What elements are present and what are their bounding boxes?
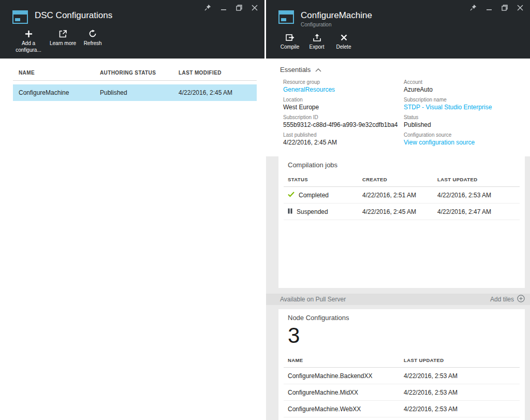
right-blade-header: ConfigureMachine Configuration Compile E…	[266, 0, 530, 59]
resource-group-link[interactable]: GeneralResources	[283, 86, 404, 93]
page-title: DSC Configurations	[35, 10, 112, 21]
learn-more-label: Learn more	[50, 40, 76, 47]
essential-resource-group: Resource group GeneralResources	[283, 79, 404, 93]
job-updated: 4/22/2016, 2:47 AM	[437, 208, 520, 215]
refresh-icon	[89, 30, 97, 38]
node-configuration-updated: 4/22/2016, 2:53 AM	[404, 389, 520, 396]
essential-label: Subscription ID	[283, 114, 404, 120]
node-configuration-row[interactable]: ConfigureMachine.MidXX 4/22/2016, 2:53 A…	[284, 384, 520, 401]
add-tiles-button[interactable]: Add tiles	[490, 295, 525, 304]
essentials-title: Essentials	[280, 66, 311, 74]
right-window-controls	[469, 4, 524, 11]
blade-configure-machine: ConfigureMachine Configuration Compile E…	[266, 0, 530, 420]
configuration-row[interactable]: ConfigureMachine Published 4/22/2016, 2:…	[13, 84, 257, 101]
pull-server-section-header: Available on Pull Server Add tiles	[266, 294, 530, 305]
essential-subscription-id: Subscription ID 555b9312-c88d-4f96-a993-…	[283, 114, 404, 128]
left-blade-header: DSC Configurations Add a configura... Le…	[0, 0, 264, 59]
blade-dsc-configurations: DSC Configurations Add a configura... Le…	[0, 0, 264, 420]
compilation-jobs-title: Compilation jobs	[278, 156, 525, 170]
close-icon[interactable]	[251, 4, 258, 11]
export-button[interactable]: Export	[304, 32, 329, 51]
essentials-toggle[interactable]: Essentials	[266, 59, 530, 78]
minimize-icon[interactable]	[219, 4, 227, 11]
compilation-job-row[interactable]: Suspended 4/22/2016, 2:45 AM 4/22/2016, …	[284, 204, 520, 220]
compilation-jobs-card[interactable]: Compilation jobs STATUS CREATED LAST UPD…	[278, 156, 525, 288]
compilation-job-row[interactable]: Completed 4/22/2016, 2:51 AM 4/22/2016, …	[284, 187, 520, 204]
essential-label: Status	[404, 114, 525, 120]
configuration-modified: 4/22/2016, 2:45 AM	[179, 89, 257, 96]
node-configuration-name: ConfigureMachine.MidXX	[288, 389, 404, 396]
pin-icon[interactable]	[469, 4, 477, 11]
node-configuration-updated: 4/22/2016, 2:53 AM	[404, 372, 520, 380]
left-toolbar: Add a configura... Learn more Refresh	[0, 24, 264, 54]
refresh-button[interactable]: Refresh	[80, 28, 105, 54]
job-status: Completed	[299, 192, 329, 199]
add-configuration-button[interactable]: Add a configura...	[11, 28, 46, 54]
job-status: Suspended	[297, 208, 328, 215]
configuration-icon	[278, 10, 294, 24]
pull-server-section-title: Available on Pull Server	[280, 296, 346, 303]
left-window-controls	[204, 4, 258, 11]
job-updated: 4/22/2016, 2:53 AM	[437, 192, 520, 199]
compile-button[interactable]: Compile	[277, 32, 302, 51]
delete-label: Delete	[336, 44, 351, 50]
column-header-authoring-status: AUTHORING STATUS	[100, 70, 179, 76]
compile-icon	[286, 33, 295, 41]
chevron-up-icon	[315, 65, 321, 74]
maximize-icon[interactable]	[235, 4, 243, 11]
column-header-last-updated: LAST UPDATED	[404, 357, 520, 363]
open-external-icon	[59, 30, 67, 38]
configuration-status: Published	[100, 89, 179, 96]
node-configuration-name: ConfigureMachine.BackendXX	[288, 372, 404, 380]
column-header-name: NAME	[288, 357, 404, 363]
subscription-name-link[interactable]: STDP - Visual Studio Enterprise	[404, 104, 525, 111]
add-tiles-plus-icon	[517, 295, 525, 304]
node-configuration-row[interactable]: ConfigureMachine.BackendXX 4/22/2016, 2:…	[284, 368, 520, 384]
account-value: AzureAuto	[404, 86, 525, 93]
essential-label: Location	[283, 97, 404, 103]
node-configuration-name: ConfigureMachine.WebXX	[288, 405, 404, 413]
configuration-title: ConfigureMachine	[301, 10, 372, 21]
view-configuration-source-link[interactable]: View configuration source	[404, 139, 525, 146]
maximize-icon[interactable]	[500, 4, 508, 11]
add-tiles-label: Add tiles	[490, 296, 514, 303]
column-header-name: NAME	[19, 70, 100, 76]
node-configurations-title: Node Configurations	[278, 309, 525, 323]
essential-account: Account AzureAuto	[404, 79, 525, 93]
minimize-icon[interactable]	[485, 4, 493, 11]
essential-location: Location West Europe	[283, 97, 404, 111]
node-configuration-row[interactable]: ConfigureMachine.WebXX 4/22/2016, 2:53 A…	[284, 401, 520, 417]
node-configurations-header: NAME LAST UPDATED	[284, 351, 520, 368]
delete-button[interactable]: Delete	[331, 32, 356, 51]
configuration-subtitle: Configuration	[301, 22, 372, 27]
last-published-value: 4/22/2016, 2:45 AM	[283, 139, 404, 146]
refresh-label: Refresh	[84, 40, 102, 47]
essential-last-published: Last published 4/22/2016, 2:45 AM	[283, 132, 404, 146]
export-icon	[313, 33, 321, 41]
dsc-configurations-icon	[12, 10, 28, 24]
pin-icon[interactable]	[204, 4, 212, 11]
node-configurations-card[interactable]: Node Configurations 3 NAME LAST UPDATED …	[278, 309, 525, 420]
essential-label: Account	[404, 79, 525, 85]
essential-label: Last published	[283, 132, 404, 138]
compilation-jobs-table: STATUS CREATED LAST UPDATED Completed 4/…	[284, 170, 520, 220]
configurations-list-header: NAME AUTHORING STATUS LAST MODIFIED	[13, 70, 257, 81]
export-label: Export	[310, 44, 325, 50]
delete-icon	[341, 33, 347, 41]
configurations-list: NAME AUTHORING STATUS LAST MODIFIED Conf…	[0, 70, 264, 101]
add-configuration-label: Add a configura...	[13, 40, 43, 53]
completed-check-icon	[288, 192, 295, 199]
close-icon[interactable]	[516, 4, 524, 11]
blade-body: Compilation jobs STATUS CREATED LAST UPD…	[266, 156, 530, 420]
status-value: Published	[404, 121, 525, 128]
essential-label: Subscription name	[404, 97, 525, 103]
compile-label: Compile	[281, 44, 300, 50]
compilation-jobs-header: STATUS CREATED LAST UPDATED	[284, 170, 520, 187]
essential-configuration-source: Configuration source View configuration …	[404, 132, 525, 146]
essential-label: Configuration source	[404, 132, 525, 138]
configuration-name: ConfigureMachine	[19, 89, 100, 96]
column-header-last-updated: LAST UPDATED	[437, 177, 520, 182]
subscription-id-value: 555b9312-c88d-4f96-a993-9e32cdfb1ba4	[283, 121, 404, 128]
node-configurations-count: 3	[278, 323, 525, 351]
learn-more-button[interactable]: Learn more	[48, 28, 78, 54]
